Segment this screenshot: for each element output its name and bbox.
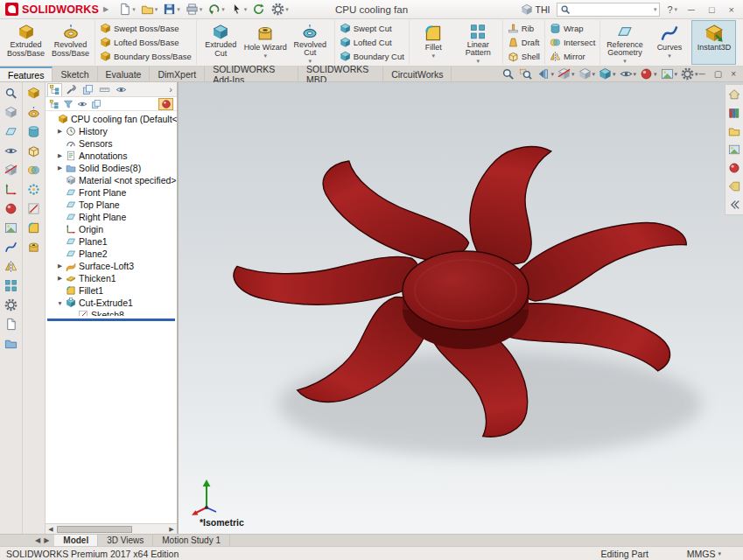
left-toolbar-button[interactable] <box>3 259 20 274</box>
tree-item-sketch8[interactable]: Sketch8 <box>76 309 128 316</box>
tree-horizontal-scrollbar[interactable]: ◀ ▶ <box>46 523 177 534</box>
tree-item-origin[interactable]: Origin <box>64 223 107 235</box>
tree-item-sensors[interactable]: Sensors <box>64 137 116 150</box>
fillet-button[interactable]: Fillet ▾ <box>411 20 456 65</box>
swept-cut-button[interactable]: Swept Cut <box>337 22 407 35</box>
expand-arrow[interactable]: ▶ <box>56 152 64 159</box>
command-tab[interactable]: SOLIDWORKS Add-Ins <box>205 66 298 81</box>
expand-arrow[interactable]: ▼ <box>56 300 64 306</box>
expand-arrow[interactable]: ▶ <box>56 275 64 282</box>
dropdown-arrow-icon[interactable]: ▾ <box>155 6 158 13</box>
document-restore-button[interactable]: ▢ <box>714 69 722 79</box>
tab-scroll-right-arrow[interactable]: ▶ <box>44 536 49 544</box>
display-style-button[interactable]: ▾ <box>598 67 617 80</box>
feature-manager-tab[interactable] <box>97 83 112 96</box>
menu-expand-arrow[interactable]: ▶ <box>103 5 109 13</box>
tree-item-material[interactable]: Material <not specified> <box>64 174 177 186</box>
shell-button[interactable]: Shell <box>505 50 543 63</box>
swept-boss-base-button[interactable]: Swept Boss/Base <box>97 22 194 35</box>
file-explorer-tab[interactable] <box>728 125 740 137</box>
tree-item-thicken1[interactable]: Thicken1 <box>64 272 120 284</box>
extruded-cut-button[interactable]: Extruded Cut <box>199 20 243 65</box>
expand-arrow[interactable]: ▶ <box>56 128 64 135</box>
tree-item-surface-loft3[interactable]: Surface-Loft3 <box>64 260 137 272</box>
command-tab[interactable]: Sketch <box>53 66 97 81</box>
minimize-button[interactable]: ─ <box>684 4 698 15</box>
wrap-button[interactable]: Wrap <box>547 22 598 35</box>
left-toolbar-button[interactable] <box>25 240 43 255</box>
document-minimize-button[interactable]: ─ <box>699 69 705 79</box>
extruded-boss-base-button[interactable]: Extruded Boss/Base <box>4 20 48 65</box>
mirror-button[interactable]: Mirror <box>547 50 598 63</box>
open-document-button[interactable]: ▾ <box>138 1 161 18</box>
left-toolbar-button[interactable] <box>3 240 20 255</box>
left-toolbar-button[interactable] <box>25 182 43 197</box>
dropdown-arrow-icon[interactable]: ▾ <box>244 6 248 13</box>
rib-button[interactable]: Rib <box>505 22 543 35</box>
scroll-left-arrow[interactable]: ◀ <box>46 526 56 533</box>
tree-item-root[interactable]: CPU cooling fan (Default<<Default>_D <box>56 113 177 125</box>
tree-item-annotations[interactable]: Annotations <box>64 150 130 162</box>
command-tab[interactable]: CircuitWorks <box>383 66 452 81</box>
scrollbar-thumb[interactable] <box>57 526 132 533</box>
hole-wizard-button[interactable]: Hole Wizard ▾ <box>243 20 288 65</box>
feature-manager-tab[interactable] <box>64 83 79 96</box>
revolved-boss-base-button[interactable]: Revolved Boss/Base <box>48 20 93 65</box>
collapse-taskpane-button[interactable] <box>728 199 740 211</box>
left-toolbar-button[interactable] <box>25 220 43 235</box>
tabs-overflow-arrow[interactable]: › <box>169 84 175 94</box>
dropdown-arrow-icon[interactable]: ▾ <box>200 6 203 13</box>
display-pane-button[interactable] <box>158 98 173 110</box>
graphics-viewport[interactable]: *Isometric <box>179 82 743 534</box>
reference-geometry-button[interactable]: Reference Geometry ▾ <box>602 20 647 65</box>
left-toolbar-button[interactable] <box>3 182 20 197</box>
instant3d-button[interactable]: Instant3D <box>691 20 736 65</box>
curves-button[interactable]: Curves ▾ <box>647 20 691 65</box>
maximize-button[interactable]: □ <box>705 4 718 15</box>
scroll-right-arrow[interactable]: ▶ <box>166 526 177 533</box>
search-dropdown-icon[interactable]: ▾ <box>654 6 657 13</box>
edit-appearance-button[interactable]: ▾ <box>639 67 658 80</box>
left-toolbar-button[interactable] <box>3 163 20 178</box>
undo-button[interactable]: ▾ <box>205 1 228 18</box>
rebuild-button[interactable] <box>249 1 269 18</box>
dropdown-arrow-icon[interactable]: ▾ <box>285 6 289 13</box>
hide-show-items-button[interactable]: ▾ <box>619 67 638 80</box>
model-tab[interactable]: Model <box>54 535 98 546</box>
left-toolbar-button[interactable] <box>25 105 43 120</box>
tree-item-front-plane[interactable]: Front Plane <box>64 186 130 199</box>
left-toolbar-button[interactable] <box>3 317 20 332</box>
document-close-button[interactable]: × <box>731 69 736 79</box>
scrollbar-track[interactable] <box>56 525 166 534</box>
select-button[interactable]: ▾ <box>228 1 250 18</box>
view-orientation-button[interactable]: ▾ <box>578 67 597 80</box>
tree-item-plane1[interactable]: Plane1 <box>64 235 111 248</box>
left-toolbar-button[interactable] <box>25 86 43 101</box>
revolved-cut-button[interactable]: Revolved Cut ▾ <box>288 20 333 65</box>
left-toolbar-button[interactable] <box>25 144 43 158</box>
dropdown-arrow-icon[interactable]: ▾ <box>221 6 225 13</box>
appearances-scenes-tab[interactable] <box>728 162 740 174</box>
units-selector[interactable]: MMGS ▾ <box>687 549 721 559</box>
linear-pattern-button[interactable]: Linear Pattern ▾ <box>456 20 501 65</box>
lofted-boss-base-button[interactable]: Lofted Boss/Base <box>97 36 194 49</box>
tree-item-plane2[interactable]: Plane2 <box>64 248 111 260</box>
left-toolbar-button[interactable] <box>3 105 20 120</box>
print-button[interactable]: ▾ <box>183 1 206 18</box>
custom-properties-tab[interactable] <box>728 180 740 192</box>
tree-item-fillet1[interactable]: Fillet1 <box>64 284 107 297</box>
left-toolbar-button[interactable] <box>3 144 20 158</box>
boundary-boss-base-button[interactable]: Boundary Boss/Base <box>97 50 194 63</box>
model-tab[interactable]: Motion Study 1 <box>153 535 230 546</box>
draft-button[interactable]: Draft <box>505 36 543 49</box>
close-button[interactable]: × <box>725 4 738 15</box>
previous-view-button[interactable]: ▾ <box>536 67 555 80</box>
zoom-area-button[interactable] <box>518 67 534 80</box>
tree-toolbar-button[interactable] <box>91 99 102 109</box>
user-login[interactable]: THI <box>521 4 550 16</box>
save-button[interactable]: ▾ <box>160 1 183 18</box>
intersect-button[interactable]: Intersect <box>547 36 598 49</box>
feature-manager-tab[interactable] <box>47 83 62 96</box>
command-tab[interactable]: SOLIDWORKS MBD <box>298 66 383 81</box>
left-toolbar-button[interactable] <box>3 124 20 139</box>
